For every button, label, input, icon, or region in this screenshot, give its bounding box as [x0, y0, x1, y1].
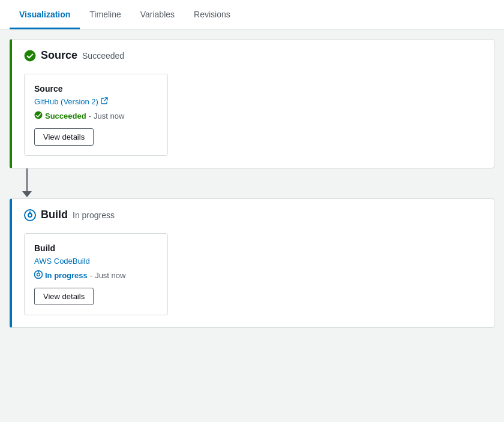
- stage-connector: [10, 168, 494, 198]
- build-status-icon: [24, 209, 36, 221]
- source-status-icon: [24, 50, 36, 62]
- stage-build-header: Build In progress: [12, 199, 494, 228]
- source-action-status-row: Succeeded - Just now: [34, 111, 158, 121]
- build-view-details-button[interactable]: View details: [34, 288, 94, 305]
- source-action-status-text: Succeeded: [45, 111, 86, 120]
- svg-point-7: [38, 271, 39, 272]
- svg-point-0: [25, 50, 35, 61]
- stage-build: Build In progress Build AWS CodeBuild: [10, 198, 494, 328]
- stage-source-body: Source GitHub (Version 2): [12, 69, 494, 168]
- build-action-time: Just now: [95, 271, 125, 280]
- tabs-bar: Visualization Timeline Variables Revisio…: [0, 0, 504, 29]
- tab-timeline[interactable]: Timeline: [80, 0, 130, 29]
- stage-build-status: In progress: [73, 210, 115, 220]
- source-github-link[interactable]: GitHub (Version 2): [34, 97, 158, 106]
- stage-build-wrapper: Build In progress Build AWS CodeBuild: [10, 198, 494, 328]
- build-action-card: Build AWS CodeBuild In progress: [24, 233, 168, 315]
- connector-arrow: [22, 191, 32, 197]
- build-action-status-icon: [34, 270, 43, 281]
- stage-source-status: Succeeded: [82, 51, 124, 61]
- stage-source: Source Succeeded Source GitHub (Version …: [10, 39, 494, 168]
- source-action-time: Just now: [94, 111, 124, 120]
- build-action-status-text: In progress: [45, 271, 88, 280]
- stage-source-header: Source Succeeded: [12, 40, 494, 69]
- stage-source-title: Source: [41, 49, 77, 62]
- tab-revisions[interactable]: Revisions: [184, 0, 240, 29]
- source-view-details-button[interactable]: View details: [34, 128, 94, 146]
- external-link-icon: [101, 97, 108, 106]
- svg-point-3: [28, 213, 32, 217]
- stage-source-wrapper: Source Succeeded Source GitHub (Version …: [10, 39, 494, 168]
- svg-point-1: [35, 111, 43, 119]
- stage-build-title: Build: [41, 209, 68, 221]
- source-action-status-icon: [34, 111, 43, 121]
- connector-line: [26, 168, 28, 194]
- build-action-status-row: In progress - Just now: [34, 270, 158, 281]
- tab-visualization[interactable]: Visualization: [10, 0, 80, 29]
- source-action-card: Source GitHub (Version 2): [24, 74, 168, 156]
- stage-build-body: Build AWS CodeBuild In progress: [12, 228, 494, 327]
- svg-point-6: [37, 273, 40, 276]
- source-action-name: Source: [34, 84, 158, 94]
- main-content: Source Succeeded Source GitHub (Version …: [0, 29, 504, 337]
- build-action-name: Build: [34, 243, 158, 253]
- build-codebuild-link[interactable]: AWS CodeBuild: [34, 257, 158, 266]
- svg-point-4: [29, 211, 31, 213]
- tab-variables[interactable]: Variables: [131, 0, 184, 29]
